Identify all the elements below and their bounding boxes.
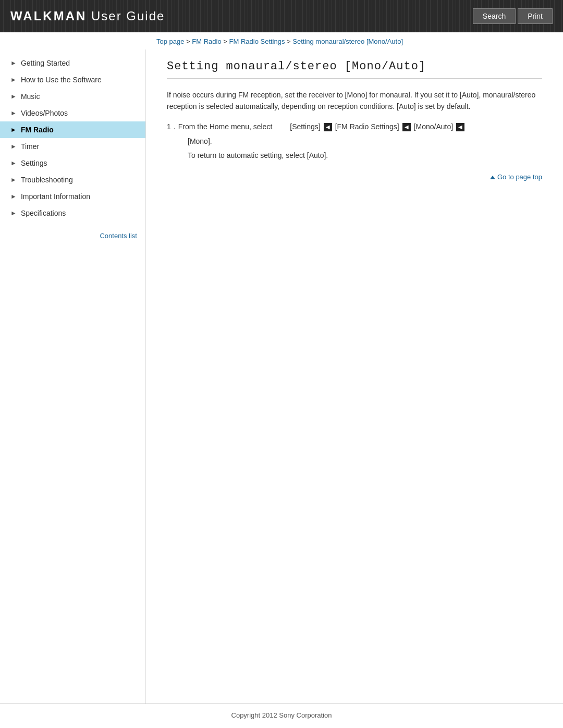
- go-to-top: Go to page top: [167, 172, 542, 181]
- content-area: Setting monaural/stereo [Mono/Auto] If n…: [146, 50, 563, 704]
- sidebar-item-fm-radio[interactable]: ► FM Radio: [0, 121, 145, 138]
- bullet-icon: ►: [10, 176, 17, 183]
- step-prefix: 1．From the Home menu, select: [167, 121, 272, 133]
- breadcrumb-sep3: >: [285, 38, 292, 45]
- up-arrow-icon: [490, 176, 495, 179]
- header: WALKMAN User Guide Search Print: [0, 0, 563, 32]
- sidebar-item-music[interactable]: ► Music: [0, 88, 145, 105]
- sidebar-item-settings[interactable]: ► Settings: [0, 155, 145, 171]
- bullet-icon: ►: [10, 159, 17, 167]
- sub-step: To return to automatic setting, select […: [188, 150, 542, 162]
- breadcrumb-top-page[interactable]: Top page: [156, 38, 185, 45]
- sidebar-item-how-to-use[interactable]: ► How to Use the Software: [0, 71, 145, 88]
- sidebar-item-label: FM Radio: [21, 126, 54, 134]
- arrow-icon-2: ◀: [402, 123, 411, 131]
- breadcrumb: Top page > FM Radio > FM Radio Settings …: [0, 32, 563, 50]
- print-button[interactable]: Print: [518, 8, 553, 24]
- arrow-icon-3: ◀: [456, 123, 464, 131]
- contents-list-link[interactable]: Contents list: [0, 227, 145, 245]
- go-to-top-label: Go to page top: [497, 173, 542, 181]
- main-layout: ► Getting Started ► How to Use the Softw…: [0, 50, 563, 704]
- sidebar-item-label: How to Use the Software: [21, 76, 102, 84]
- sidebar-item-label: Important Information: [21, 192, 90, 201]
- sidebar-item-troubleshooting[interactable]: ► Troubleshooting: [0, 171, 145, 188]
- breadcrumb-fm-radio[interactable]: FM Radio: [192, 38, 221, 45]
- breadcrumb-sep2: >: [222, 38, 229, 45]
- bullet-icon: ►: [10, 76, 17, 83]
- copyright-text: Copyright 2012 Sony Corporation: [231, 711, 332, 719]
- step-mono: [Mono].: [188, 137, 212, 145]
- go-to-top-link[interactable]: Go to page top: [490, 173, 542, 181]
- sidebar-item-specifications[interactable]: ► Specifications: [0, 205, 145, 221]
- sidebar-item-label: Troubleshooting: [21, 176, 73, 184]
- sidebar-item-videos-photos[interactable]: ► Videos/Photos: [0, 105, 145, 121]
- content-paragraph: If noise occurs during FM reception, set…: [167, 89, 542, 113]
- sidebar-item-label: Getting Started: [21, 59, 70, 67]
- search-button[interactable]: Search: [473, 8, 516, 24]
- bullet-icon: ►: [10, 59, 17, 67]
- title-rest: User Guide: [87, 9, 165, 23]
- breadcrumb-sep1: >: [185, 38, 192, 45]
- page-heading: Setting monaural/stereo [Mono/Auto]: [167, 60, 542, 79]
- bullet-icon: ►: [10, 93, 17, 100]
- sidebar-item-label: Timer: [21, 142, 39, 151]
- bullet-icon: ►: [10, 193, 17, 200]
- sidebar-item-getting-started[interactable]: ► Getting Started: [0, 55, 145, 71]
- bullet-icon: ►: [10, 143, 17, 150]
- sidebar-item-important-info[interactable]: ► Important Information: [0, 188, 145, 205]
- bullet-icon: ►: [10, 209, 17, 217]
- footer: Copyright 2012 Sony Corporation: [0, 704, 563, 726]
- sidebar-item-label: Specifications: [21, 209, 66, 217]
- sidebar-item-timer[interactable]: ► Timer: [0, 138, 145, 155]
- breadcrumb-fm-radio-settings[interactable]: FM Radio Settings: [229, 38, 285, 45]
- step-mono-line: [Mono].: [188, 135, 542, 148]
- header-buttons: Search Print: [473, 8, 553, 24]
- breadcrumb-current[interactable]: Setting monaural/stereo [Mono/Auto]: [292, 38, 403, 45]
- sidebar-item-label: Music: [21, 92, 40, 101]
- step-settings: [Settings]: [290, 121, 320, 133]
- bullet-icon: ►: [10, 109, 17, 117]
- step-fm-radio-settings: [FM Radio Settings]: [335, 121, 399, 133]
- title-walkman: WALKMAN: [10, 9, 87, 23]
- sidebar: ► Getting Started ► How to Use the Softw…: [0, 50, 146, 704]
- step-container: 1．From the Home menu, select [Settings] …: [167, 121, 542, 162]
- step-line-1: 1．From the Home menu, select [Settings] …: [167, 121, 542, 133]
- app-title: WALKMAN User Guide: [10, 9, 165, 23]
- step-mono-auto: [Mono/Auto]: [414, 121, 454, 133]
- bullet-icon: ►: [10, 126, 17, 133]
- sidebar-item-label: Settings: [21, 159, 47, 167]
- sidebar-item-label: Videos/Photos: [21, 109, 68, 117]
- arrow-icon-1: ◀: [324, 123, 332, 131]
- sub-step-text: To return to automatic setting, select […: [188, 151, 328, 159]
